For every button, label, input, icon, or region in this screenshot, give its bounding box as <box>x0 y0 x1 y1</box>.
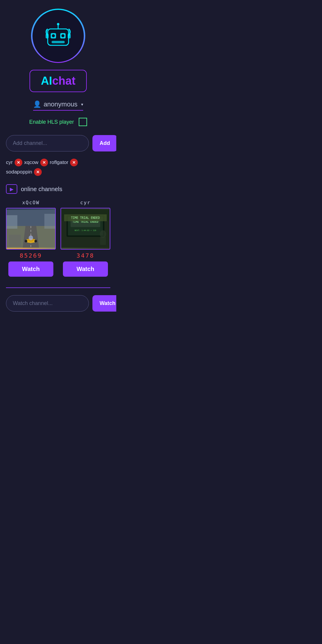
svg-text:NEXT: 1:44:03 • 119: NEXT: 1:44:03 • 119 <box>75 229 96 231</box>
play-icon: ▶ <box>10 186 13 192</box>
chat-text: chat <box>52 75 75 87</box>
svg-point-5 <box>52 34 55 37</box>
svg-rect-31 <box>100 237 106 245</box>
channel-thumb-xqcow[interactable] <box>6 208 56 250</box>
dropdown-arrow-icon: ▾ <box>81 102 83 107</box>
svg-rect-21 <box>44 214 55 229</box>
username-label: anonymous <box>44 100 78 108</box>
thumb-xqcow-bg <box>7 208 55 249</box>
channel-tag-cyr: cyr ✕ <box>6 159 22 166</box>
svg-point-30 <box>100 230 106 238</box>
page-container: AIchat 👤 anonymous ▾ Enable HLS player A… <box>0 0 116 318</box>
viewer-count-xqcow: 85269 <box>20 252 42 259</box>
svg-point-16 <box>25 240 27 242</box>
svg-rect-9 <box>68 34 71 38</box>
svg-point-2 <box>57 23 59 25</box>
channel-tag-label-cyr: cyr <box>6 160 13 165</box>
channel-card-cyr: cyr TIME TRIAL ENDED NEXT: 1:44: <box>61 200 110 277</box>
svg-rect-20 <box>7 215 17 229</box>
remove-channel-xqcow[interactable]: ✕ <box>40 159 48 166</box>
channel-thumb-cyr[interactable]: TIME TRIAL ENDED NEXT: 1:44:03 • 119 TIM… <box>61 208 110 250</box>
channel-grid: xQcOW <box>6 200 110 277</box>
channel-tag-label-xqcow: xqcow <box>24 160 38 165</box>
online-header: ▶ online channels <box>6 184 110 194</box>
channel-tag-xqcow: xqcow ✕ <box>24 159 48 166</box>
add-channel-button[interactable]: Add <box>92 135 116 151</box>
thumb-cyr-bg: TIME TRIAL ENDED NEXT: 1:44:03 • 119 TIM… <box>61 208 110 249</box>
ai-text: AI <box>41 75 52 87</box>
logo-inner <box>32 10 84 62</box>
svg-rect-8 <box>46 34 49 38</box>
viewer-count-cyr: 3478 <box>76 252 94 259</box>
section-divider <box>6 287 110 288</box>
add-channel-input[interactable] <box>6 135 89 151</box>
hls-row: Enable HLS player <box>29 118 87 126</box>
play-icon-box: ▶ <box>6 184 17 194</box>
channel-tag-roflgator: roflgator ✕ <box>50 159 78 166</box>
channel-tag-label-roflgator: roflgator <box>50 160 68 165</box>
online-label: online channels <box>21 186 62 193</box>
thumb-cyr-text: TIME TRIAL ENDED <box>64 214 107 221</box>
channel-tags: cyr ✕ xqcow ✕ roflgator ✕ sodapoppin ✕ <box>6 159 110 176</box>
channel-tag-sodapoppin: sodapoppin ✕ <box>6 168 42 176</box>
svg-point-17 <box>34 240 37 242</box>
channel-card-xqcow: xQcOW <box>6 200 56 277</box>
svg-rect-19 <box>29 236 33 238</box>
robot-icon <box>43 22 73 49</box>
user-selector[interactable]: 👤 anonymous ▾ <box>33 100 83 111</box>
channel-tag-label-sodapoppin: sodapoppin <box>6 169 32 175</box>
hls-label: Enable HLS player <box>29 119 74 125</box>
thumb-overlay-xqcow <box>9 235 21 247</box>
svg-rect-7 <box>52 41 65 43</box>
add-channel-row: Add <box>6 135 110 151</box>
ai-chat-title: AIchat <box>30 70 87 92</box>
watch-channel-button[interactable]: Watch <box>92 295 116 312</box>
remove-channel-sodapoppin[interactable]: ✕ <box>34 168 42 176</box>
channel-name-cyr: cyr <box>80 200 91 205</box>
watch-button-xqcow[interactable]: Watch <box>8 261 53 277</box>
logo-container <box>31 9 85 63</box>
watch-channel-row: Watch <box>6 295 110 312</box>
remove-channel-roflgator[interactable]: ✕ <box>70 159 78 166</box>
channel-name-xqcow: xQcOW <box>22 200 39 205</box>
watch-channel-input[interactable] <box>6 295 89 312</box>
watch-button-cyr[interactable]: Watch <box>63 261 108 277</box>
svg-point-6 <box>61 34 64 37</box>
hls-checkbox[interactable] <box>79 118 87 126</box>
remove-channel-cyr[interactable]: ✕ <box>15 159 22 166</box>
user-icon: 👤 <box>33 100 41 108</box>
